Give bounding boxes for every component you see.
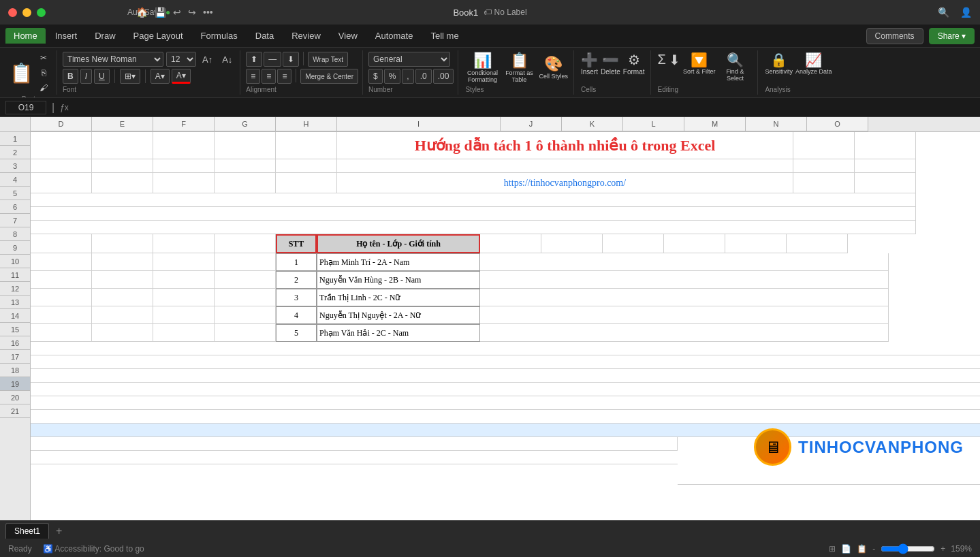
zoom-plus[interactable]: + — [941, 544, 945, 554]
row-hdr-2[interactable]: 2 — [0, 146, 30, 159]
border-button[interactable]: ⊞▾ — [120, 69, 140, 84]
cell-I11[interactable]: Nguyễn Thị Nguyệt - 2A - Nữ — [317, 306, 480, 324]
cell-K7[interactable] — [541, 234, 603, 253]
cell-G2[interactable] — [215, 159, 276, 173]
align-right-button[interactable]: ≡ — [277, 69, 291, 84]
cell-H10[interactable]: 3 — [276, 289, 317, 306]
cell-D3[interactable] — [31, 173, 92, 193]
minimize-button[interactable] — [22, 8, 31, 17]
decrease-decimal-button[interactable]: .0 — [415, 69, 432, 84]
row-hdr-8[interactable]: 8 — [0, 227, 30, 241]
autosum-button[interactable]: Σ — [658, 52, 666, 82]
col-hdr-G[interactable]: G — [215, 117, 276, 131]
add-sheet-button[interactable]: + — [50, 524, 67, 539]
align-bottom-button[interactable]: ⬇ — [283, 52, 299, 67]
format-as-table-button[interactable]: 📋 Format as Table — [502, 52, 536, 83]
row-hdr-21[interactable]: 21 — [0, 404, 30, 418]
cell-O1[interactable] — [855, 132, 916, 159]
tab-view[interactable]: View — [330, 28, 366, 44]
cell-E1[interactable] — [92, 132, 153, 159]
empty-16[interactable] — [31, 383, 980, 396]
merge-center-button[interactable]: Merge & Center — [300, 69, 358, 84]
cell-I8[interactable]: Phạm Minh Trí - 2A - Nam — [317, 253, 480, 271]
cell-H1[interactable] — [276, 132, 337, 159]
find-select-button[interactable]: 🔍 Find & Select — [718, 52, 752, 82]
cell-F7[interactable] — [153, 234, 215, 253]
cell-H3[interactable] — [276, 173, 337, 193]
italic-button[interactable]: I — [80, 69, 92, 84]
format-painter-button[interactable]: 🖌 — [36, 82, 51, 94]
cell-D2[interactable] — [31, 159, 92, 173]
row-hdr-14[interactable]: 14 — [0, 309, 30, 323]
empty-18[interactable] — [31, 410, 980, 424]
cell-F2[interactable] — [153, 159, 215, 173]
tab-review[interactable]: Review — [283, 28, 329, 44]
col-hdr-H[interactable]: H — [276, 117, 337, 131]
maximize-button[interactable] — [37, 8, 46, 17]
cell-I2[interactable] — [337, 159, 793, 173]
paste-button[interactable]: 📋 — [10, 62, 33, 84]
row-hdr-10[interactable]: 10 — [0, 255, 30, 268]
cell-D8[interactable] — [31, 253, 92, 271]
cell-D12[interactable] — [31, 324, 92, 342]
cell-L7[interactable] — [603, 234, 664, 253]
empty-20a[interactable] — [31, 437, 678, 451]
cell-title[interactable]: Hướng dẫn tách 1 ô thành nhiều ô trong E… — [337, 132, 793, 159]
col-hdr-M[interactable]: M — [684, 117, 746, 131]
cell-rest-9[interactable] — [480, 271, 889, 289]
cell-I7-name-header[interactable]: Họ tên - Lớp - Giới tính — [317, 234, 480, 253]
col-hdr-D[interactable]: D — [31, 117, 92, 131]
cell-O2[interactable] — [855, 159, 916, 173]
cell-D1[interactable] — [31, 132, 92, 159]
cell-rest-10[interactable] — [480, 289, 889, 306]
cell-N3[interactable] — [793, 173, 855, 193]
zoom-minus[interactable]: - — [872, 544, 875, 554]
cell-H12[interactable]: 5 — [276, 324, 317, 342]
col-hdr-I[interactable]: I — [337, 117, 501, 131]
col-hdr-J[interactable]: J — [501, 117, 562, 131]
cell-rest-12[interactable] — [480, 324, 889, 342]
col-hdr-L[interactable]: L — [623, 117, 684, 131]
increase-font-button[interactable]: A↑ — [199, 53, 216, 66]
copy-button[interactable]: ⎘ — [36, 67, 51, 79]
cell-N7[interactable] — [725, 234, 787, 253]
redo-icon[interactable]: ↪ — [188, 7, 196, 18]
row-hdr-1[interactable]: 1 — [0, 132, 30, 146]
row-hdr-11[interactable]: 11 — [0, 268, 30, 282]
row-hdr-16[interactable]: 16 — [0, 336, 30, 350]
increase-decimal-button[interactable]: .00 — [433, 69, 454, 84]
view-pagelayout-icon[interactable]: 📋 — [857, 544, 867, 554]
number-format-select[interactable]: General — [368, 52, 450, 67]
empty-14[interactable] — [31, 355, 980, 369]
row-hdr-5[interactable]: 5 — [0, 187, 30, 200]
empty-19-selected[interactable] — [31, 424, 980, 437]
insert-cells-button[interactable]: ➕ Insert — [581, 52, 598, 76]
cell-rest-8[interactable] — [480, 253, 889, 271]
search-icon[interactable]: 🔍 — [938, 7, 949, 18]
cell-H9[interactable]: 2 — [276, 271, 317, 289]
cell-J7[interactable] — [480, 234, 541, 253]
close-button[interactable] — [8, 8, 17, 17]
cell-H11[interactable]: 4 — [276, 306, 317, 324]
cell-row6[interactable] — [31, 221, 916, 234]
tab-automate[interactable]: Automate — [367, 28, 422, 44]
decrease-font-button[interactable]: A↓ — [219, 53, 236, 66]
zoom-slider[interactable] — [881, 543, 935, 554]
cell-D11[interactable] — [31, 306, 92, 324]
font-name-select[interactable]: Times New Roman — [63, 52, 163, 67]
cell-E8[interactable] — [92, 253, 153, 271]
comments-button[interactable]: Comments — [866, 28, 923, 44]
view-pagebreak-icon[interactable]: 📄 — [841, 544, 851, 554]
cell-I12[interactable]: Phạm Văn Hải - 2C - Nam — [317, 324, 480, 342]
cell-E3[interactable] — [92, 173, 153, 193]
cell-G12[interactable] — [215, 324, 276, 342]
cell-N1[interactable] — [793, 132, 855, 159]
tab-formulas[interactable]: Formulas — [193, 28, 246, 44]
row-hdr-9[interactable]: 9 — [0, 241, 30, 255]
cell-H2[interactable] — [276, 159, 337, 173]
percent-button[interactable]: % — [384, 69, 401, 84]
cell-F8[interactable] — [153, 253, 215, 271]
row-hdr-20[interactable]: 20 — [0, 391, 30, 404]
tab-insert[interactable]: Insert — [47, 28, 86, 44]
cell-O3[interactable] — [855, 173, 916, 193]
